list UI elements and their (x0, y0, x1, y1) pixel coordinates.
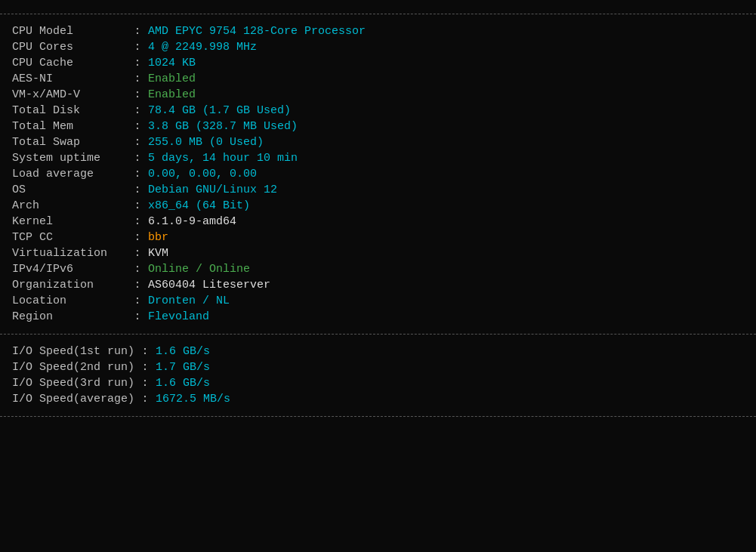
row-value: 5 days, 14 hour 10 min (145, 150, 747, 166)
row-value: 255.0 MB (0 Used) (145, 134, 747, 150)
row-label: Load average (9, 166, 130, 182)
table-row: CPU Cache:1024 KB (9, 55, 747, 71)
row-value: 1672.5 MB/s (153, 391, 747, 407)
row-label: I/O Speed(average) (9, 391, 137, 407)
row-colon: : (130, 261, 145, 277)
io-speed-section: I/O Speed(1st run):1.6 GB/sI/O Speed(2nd… (0, 341, 756, 410)
row-label: I/O Speed(1st run) (9, 344, 137, 359)
bottom-divider (0, 416, 756, 417)
system-info-section: CPU Model:AMD EPYC 9754 128-Core Process… (0, 20, 756, 328)
row-label: Total Disk (9, 103, 130, 119)
row-colon: : (130, 245, 145, 261)
row-value: Enabled (145, 87, 747, 103)
row-value: 3.8 GB (328.7 MB Used) (145, 119, 747, 134)
table-row: Virtualization:KVM (9, 245, 747, 261)
row-colon: : (130, 182, 145, 198)
row-label: IPv4/IPv6 (9, 261, 130, 277)
row-value: Online / Online (145, 261, 747, 277)
middle-divider (0, 334, 756, 335)
row-value: 4 @ 2249.998 MHz (145, 39, 747, 55)
row-value: 1.6 GB/s (153, 375, 747, 391)
row-colon: : (130, 277, 145, 293)
row-label: I/O Speed(3rd run) (9, 375, 137, 391)
table-row: Load average:0.00, 0.00, 0.00 (9, 166, 747, 182)
row-value: 1024 KB (145, 55, 747, 71)
row-label: Location (9, 293, 130, 309)
row-value: KVM (145, 245, 747, 261)
row-value: 1.6 GB/s (153, 344, 747, 359)
row-label: CPU Model (9, 23, 130, 39)
row-colon: : (130, 198, 145, 214)
row-colon: : (130, 55, 145, 71)
row-label: AES-NI (9, 71, 130, 87)
table-row: Location:Dronten / NL (9, 293, 747, 309)
row-label: TCP CC (9, 230, 130, 245)
row-label: Virtualization (9, 245, 130, 261)
row-value: Enabled (145, 71, 747, 87)
table-row: Total Mem:3.8 GB (328.7 MB Used) (9, 119, 747, 134)
table-row: I/O Speed(average):1672.5 MB/s (9, 391, 747, 407)
row-label: CPU Cache (9, 55, 130, 71)
row-colon: : (130, 293, 145, 309)
row-colon: : (130, 230, 145, 245)
table-row: I/O Speed(3rd run):1.6 GB/s (9, 375, 747, 391)
row-colon: : (130, 309, 145, 325)
table-row: Region:Flevoland (9, 309, 747, 325)
row-label: Total Swap (9, 134, 130, 150)
table-row: AES-NI:Enabled (9, 71, 747, 87)
table-row: Kernel:6.1.0-9-amd64 (9, 214, 747, 230)
row-colon: : (130, 150, 145, 166)
row-value: 78.4 GB (1.7 GB Used) (145, 103, 747, 119)
table-row: Total Disk:78.4 GB (1.7 GB Used) (9, 103, 747, 119)
row-value: 1.7 GB/s (153, 359, 747, 375)
system-info-table: CPU Model:AMD EPYC 9754 128-Core Process… (9, 23, 747, 325)
row-label: System uptime (9, 150, 130, 166)
table-row: IPv4/IPv6:Online / Online (9, 261, 747, 277)
row-colon: : (130, 71, 145, 87)
row-colon: : (130, 166, 145, 182)
row-label: OS (9, 182, 130, 198)
row-value: 6.1.0-9-amd64 (145, 214, 747, 230)
table-row: Arch:x86_64 (64 Bit) (9, 198, 747, 214)
row-value: x86_64 (64 Bit) (145, 198, 747, 214)
row-colon: : (137, 391, 153, 407)
table-row: I/O Speed(1st run):1.6 GB/s (9, 344, 747, 359)
row-value: Dronten / NL (145, 293, 747, 309)
table-row: TCP CC:bbr (9, 230, 747, 245)
table-row: System uptime:5 days, 14 hour 10 min (9, 150, 747, 166)
table-row: CPU Model:AMD EPYC 9754 128-Core Process… (9, 23, 747, 39)
row-colon: : (130, 119, 145, 134)
row-label: VM-x/AMD-V (9, 87, 130, 103)
row-value: AS60404 Liteserver (145, 277, 747, 293)
table-row: Organization:AS60404 Liteserver (9, 277, 747, 293)
table-row: I/O Speed(2nd run):1.7 GB/s (9, 359, 747, 375)
row-colon: : (137, 344, 153, 359)
row-label: Arch (9, 198, 130, 214)
table-row: Total Swap:255.0 MB (0 Used) (9, 134, 747, 150)
row-label: Kernel (9, 214, 130, 230)
row-colon: : (130, 103, 145, 119)
row-value: Debian GNU/Linux 12 (145, 182, 747, 198)
row-value: 0.00, 0.00, 0.00 (145, 166, 747, 182)
row-label: Region (9, 309, 130, 325)
row-colon: : (130, 87, 145, 103)
row-label: Total Mem (9, 119, 130, 134)
top-divider (0, 14, 756, 14)
row-label: CPU Cores (9, 39, 130, 55)
row-value: AMD EPYC 9754 128-Core Processor (145, 23, 747, 39)
row-value: bbr (145, 230, 747, 245)
row-value: Flevoland (145, 309, 747, 325)
row-colon: : (130, 134, 145, 150)
row-label: Organization (9, 277, 130, 293)
row-label: I/O Speed(2nd run) (9, 359, 137, 375)
row-colon: : (137, 359, 153, 375)
table-row: OS:Debian GNU/Linux 12 (9, 182, 747, 198)
table-row: VM-x/AMD-V:Enabled (9, 87, 747, 103)
table-row: CPU Cores:4 @ 2249.998 MHz (9, 39, 747, 55)
row-colon: : (130, 23, 145, 39)
row-colon: : (137, 375, 153, 391)
io-speed-table: I/O Speed(1st run):1.6 GB/sI/O Speed(2nd… (9, 344, 747, 407)
row-colon: : (130, 39, 145, 55)
row-colon: : (130, 214, 145, 230)
